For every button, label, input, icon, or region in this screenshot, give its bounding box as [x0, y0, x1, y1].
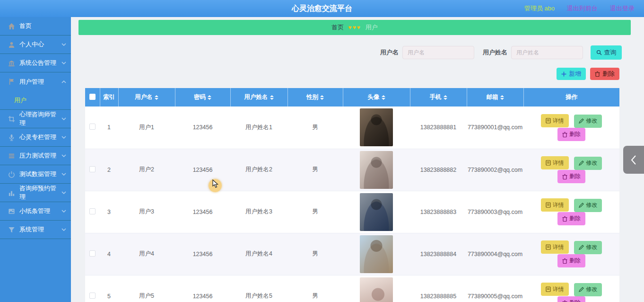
sidebar-item-label: 系统管理: [19, 225, 44, 234]
pencil-icon: [579, 118, 584, 124]
column-header-password[interactable]: 密码: [175, 88, 230, 107]
mouse-cursor: [212, 179, 219, 188]
sidebar-item-home[interactable]: 首页: [0, 17, 71, 36]
column-header-phone[interactable]: 手机: [410, 88, 467, 107]
frame-icon: [8, 115, 15, 123]
username-input[interactable]: [402, 46, 474, 59]
announcement-icon: [8, 60, 15, 67]
sidebar-item-announcements[interactable]: 系统公告管理: [0, 54, 71, 72]
edit-button[interactable]: 修改: [574, 283, 602, 296]
top-header-bar: 心灵治愈交流平台 管理员 abo 退出到前台 退出登录: [0, 0, 644, 17]
sidebar-menu: 首页 个人中心 系统公告管理 用户管理 用户 心理咨询师管理 心灵专栏管理 压力…: [0, 17, 71, 302]
chevron-down-icon: [61, 116, 66, 121]
delete-button[interactable]: 删除: [557, 296, 585, 302]
sort-icon[interactable]: [155, 95, 158, 100]
user-fullname-label: 用户姓名: [483, 48, 507, 57]
edit-button[interactable]: 修改: [574, 157, 602, 170]
sort-icon[interactable]: [270, 95, 274, 100]
select-all-header-cell: [85, 88, 100, 107]
sliders-icon: [8, 152, 15, 160]
delete-button[interactable]: 删除: [557, 212, 585, 225]
cell-name: 用户姓名5: [245, 293, 272, 299]
column-header-username[interactable]: 用户名: [118, 88, 175, 107]
image-icon: [8, 208, 15, 215]
detail-button[interactable]: 详情: [541, 114, 569, 127]
drawer-collapse-handle[interactable]: [623, 146, 644, 174]
cell-username: 用户3: [139, 208, 154, 215]
sort-icon[interactable]: [500, 95, 504, 100]
column-header-gender[interactable]: 性别: [287, 88, 343, 107]
logout-to-front-link[interactable]: 退出到前台: [567, 4, 598, 13]
delete-button[interactable]: 删除: [557, 254, 585, 267]
row-checkbox[interactable]: [89, 208, 96, 214]
cell-index: 2: [107, 167, 111, 173]
cell-phone: 13823888885: [420, 293, 456, 300]
logout-link[interactable]: 退出登录: [610, 4, 635, 13]
table-row: 5 用户5 123456 用户姓名5 男 13823888885 7738900…: [85, 275, 619, 302]
sort-icon[interactable]: [444, 95, 447, 100]
user-fullname-input[interactable]: [511, 46, 583, 59]
avatar-image: [360, 277, 393, 302]
trash-icon: [562, 300, 567, 302]
sidebar-item-column-management[interactable]: 心灵专栏管理: [0, 128, 71, 147]
sidebar-item-test-data-management[interactable]: 测试数据管理: [0, 165, 71, 184]
sidebar-subitem-users-active[interactable]: 用户: [0, 91, 71, 110]
table-row: 3 用户3 123456 用户姓名3 男 13823888883 7738900…: [85, 191, 619, 233]
sidebar-item-notes-management[interactable]: 小纸条管理: [0, 202, 71, 221]
table-toolbar: 新增 删除: [71, 68, 619, 80]
add-button[interactable]: 新增: [557, 68, 586, 80]
cell-phone: 13823888884: [420, 251, 456, 258]
edit-button[interactable]: 修改: [574, 199, 602, 212]
avatar-image: [360, 235, 393, 273]
delete-button[interactable]: 删除: [557, 128, 585, 141]
cell-password: 123456: [193, 167, 213, 173]
trash-icon: [595, 71, 600, 77]
detail-button[interactable]: 详情: [541, 156, 569, 169]
sidebar-item-counselor-management[interactable]: 心理咨询师管理: [0, 110, 71, 128]
table-row: 1 用户1 123456 用户姓名1 男 13823888881 7738900…: [85, 107, 619, 149]
select-all-checkbox[interactable]: [89, 94, 96, 100]
row-checkbox[interactable]: [89, 250, 96, 257]
cell-name: 用户姓名2: [245, 166, 272, 173]
pencil-icon: [579, 287, 584, 292]
power-icon: [8, 171, 15, 178]
cell-phone: 13823888882: [420, 167, 456, 173]
chevron-up-icon: [61, 80, 66, 84]
cell-password: 123456: [193, 293, 213, 300]
row-checkbox[interactable]: [89, 124, 96, 130]
detail-button[interactable]: 详情: [541, 198, 569, 212]
detail-button[interactable]: 详情: [541, 240, 569, 254]
batch-delete-button[interactable]: 删除: [590, 68, 619, 80]
flag-icon: [8, 78, 15, 85]
edit-button[interactable]: 修改: [574, 241, 602, 254]
edit-button[interactable]: 修改: [574, 115, 602, 128]
sidebar-item-label: 系统公告管理: [19, 59, 56, 67]
sidebar-item-stress-test-management[interactable]: 压力测试管理: [0, 147, 71, 165]
breadcrumb-home[interactable]: 首页: [331, 23, 344, 32]
sidebar-item-user-management[interactable]: 用户管理: [0, 72, 71, 91]
cell-password: 123456: [193, 251, 213, 258]
query-button[interactable]: 查询: [591, 45, 622, 60]
sidebar-item-personal-center[interactable]: 个人中心: [0, 36, 71, 54]
row-checkbox[interactable]: [89, 293, 96, 299]
table-row: 4 用户4 123456 用户姓名4 男 13823888884 7738900…: [85, 233, 619, 275]
sort-icon[interactable]: [382, 95, 385, 100]
username-label: 用户名: [380, 48, 399, 57]
cell-gender: 男: [312, 124, 318, 131]
sort-icon[interactable]: [208, 95, 211, 100]
sort-icon[interactable]: [320, 95, 324, 100]
admin-user-label: 管理员 abo: [524, 4, 555, 13]
detail-button[interactable]: 详情: [541, 283, 569, 296]
chevron-down-icon: [61, 42, 66, 47]
sidebar-item-label: 小纸条管理: [19, 207, 50, 215]
row-checkbox[interactable]: [89, 166, 96, 172]
column-header-avatar[interactable]: 头像: [343, 88, 410, 107]
column-header-name[interactable]: 用户姓名: [230, 88, 287, 107]
column-header-email[interactable]: 邮箱: [467, 88, 523, 107]
chevron-down-icon: [61, 209, 66, 213]
delete-button[interactable]: 删除: [557, 170, 585, 183]
cell-index: 1: [107, 124, 111, 131]
sidebar-item-appointment-management[interactable]: 咨询师预约管理: [0, 184, 71, 202]
cell-gender: 男: [312, 250, 318, 257]
sidebar-item-system-management[interactable]: 系统管理: [0, 221, 71, 239]
